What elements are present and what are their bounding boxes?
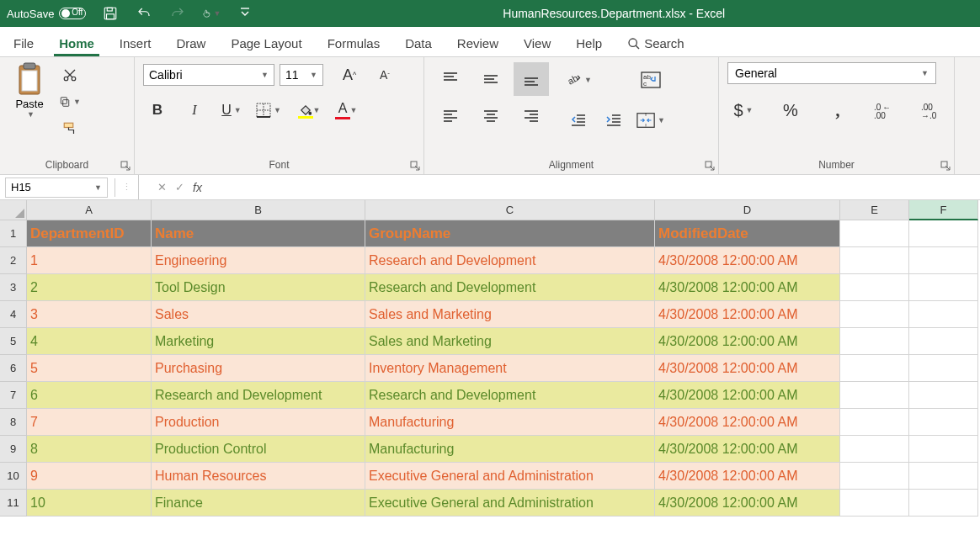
cell[interactable]: Sales <box>152 301 365 328</box>
cell[interactable] <box>909 436 978 463</box>
cell[interactable]: Production <box>152 409 365 436</box>
cell[interactable]: Executive General and Administration <box>365 463 655 490</box>
comma-format-icon[interactable]: , <box>822 96 854 125</box>
copy-icon[interactable]: ▼ <box>59 93 81 111</box>
tab-page-layout[interactable]: Page Layout <box>226 31 306 56</box>
number-format-combo[interactable]: General▼ <box>727 62 936 84</box>
column-header[interactable]: C <box>365 200 655 220</box>
cell[interactable]: 3 <box>27 301 152 328</box>
column-header[interactable]: D <box>655 200 840 220</box>
underline-button[interactable]: U▼ <box>217 98 246 123</box>
cell[interactable] <box>840 490 909 517</box>
row-header[interactable]: 5 <box>0 328 27 355</box>
cell[interactable]: Executive General and Administration <box>365 490 655 517</box>
decrease-font-icon[interactable]: Aˇ <box>370 62 399 87</box>
increase-decimal-icon[interactable]: .0←.00 <box>869 96 901 125</box>
cell[interactable]: 4 <box>27 328 152 355</box>
cell[interactable]: 4/30/2008 12:00:00 AM <box>655 355 840 382</box>
dialog-launcher-icon[interactable] <box>410 161 420 171</box>
borders-button[interactable]: ▼ <box>254 98 283 123</box>
cell[interactable]: Engineering <box>152 247 365 274</box>
format-painter-icon[interactable] <box>59 119 81 138</box>
cell[interactable] <box>840 247 909 274</box>
font-name-combo[interactable]: Calibri▼ <box>143 64 274 86</box>
merge-center-icon[interactable]: ▼ <box>636 108 665 133</box>
cell[interactable]: 10 <box>27 490 152 517</box>
cell[interactable] <box>840 328 909 355</box>
cell[interactable]: 6 <box>27 382 152 409</box>
undo-icon[interactable] <box>135 4 153 23</box>
decrease-decimal-icon[interactable]: .00→.0 <box>916 96 948 125</box>
align-middle-icon[interactable] <box>473 62 509 96</box>
cell[interactable]: Inventory Management <box>365 355 655 382</box>
cell[interactable]: 4/30/2008 12:00:00 AM <box>655 463 840 490</box>
cell[interactable] <box>840 436 909 463</box>
cell[interactable]: 4/30/2008 12:00:00 AM <box>655 382 840 409</box>
row-header[interactable]: 9 <box>0 436 27 463</box>
cell[interactable]: Purchasing <box>152 355 365 382</box>
table-header-cell[interactable]: Name <box>152 220 365 247</box>
cell[interactable]: 7 <box>27 409 152 436</box>
orientation-icon[interactable]: ab▼ <box>564 67 593 93</box>
increase-indent-icon[interactable] <box>599 108 628 133</box>
tab-insert[interactable]: Insert <box>115 31 157 56</box>
tab-help[interactable]: Help <box>571 31 607 56</box>
cell[interactable] <box>909 463 978 490</box>
cell[interactable]: 1 <box>27 247 152 274</box>
column-header[interactable]: E <box>840 200 909 220</box>
align-center-icon[interactable] <box>473 99 509 133</box>
row-header[interactable]: 3 <box>0 274 27 301</box>
fx-icon[interactable]: fx <box>193 181 202 194</box>
cell[interactable]: Tool Design <box>152 274 365 301</box>
percent-format-icon[interactable]: % <box>775 96 807 125</box>
increase-font-icon[interactable]: A^ <box>335 62 364 87</box>
search-button[interactable]: Search <box>622 31 690 56</box>
table-header-cell[interactable]: DepartmentID <box>27 220 152 247</box>
align-right-icon[interactable] <box>514 99 549 133</box>
spreadsheet-grid[interactable]: ABCDEF 1234567891011 DepartmentIDNameGro… <box>0 200 980 517</box>
cell[interactable]: Sales and Marketing <box>365 301 655 328</box>
customize-qat-icon[interactable] <box>236 4 254 23</box>
cell[interactable]: Human Resources <box>152 463 365 490</box>
cell[interactable] <box>909 355 978 382</box>
cell[interactable]: 9 <box>27 463 152 490</box>
row-header[interactable]: 6 <box>0 355 27 382</box>
align-top-icon[interactable] <box>433 62 468 96</box>
enter-formula-icon[interactable]: ✓ <box>175 181 184 193</box>
bold-button[interactable]: B <box>143 98 172 123</box>
cell[interactable]: 4/30/2008 12:00:00 AM <box>655 301 840 328</box>
cell[interactable]: 4/30/2008 12:00:00 AM <box>655 247 840 274</box>
cell[interactable] <box>909 220 978 247</box>
cell[interactable]: 4/30/2008 12:00:00 AM <box>655 436 840 463</box>
cell[interactable]: Manufacturing <box>365 409 655 436</box>
column-header[interactable]: B <box>152 200 365 220</box>
cell[interactable] <box>909 247 978 274</box>
tab-home[interactable]: Home <box>54 31 99 56</box>
dialog-launcher-icon[interactable] <box>120 161 130 171</box>
cell[interactable] <box>840 355 909 382</box>
row-header[interactable]: 1 <box>0 220 27 247</box>
fill-color-button[interactable]: ▼ <box>291 98 320 123</box>
cell[interactable]: Manufacturing <box>365 436 655 463</box>
cell[interactable]: 8 <box>27 436 152 463</box>
cell[interactable]: 5 <box>27 355 152 382</box>
align-bottom-icon[interactable] <box>514 62 549 96</box>
name-box[interactable]: H15▼ <box>5 177 108 198</box>
cell[interactable] <box>909 328 978 355</box>
save-icon[interactable] <box>101 4 120 23</box>
cell[interactable] <box>909 301 978 328</box>
accounting-format-icon[interactable]: $▼ <box>727 96 759 125</box>
cell[interactable] <box>909 490 978 517</box>
row-header[interactable]: 2 <box>0 247 27 274</box>
cell[interactable]: 4/30/2008 12:00:00 AM <box>655 409 840 436</box>
wrap-text-icon[interactable]: abc <box>636 67 665 93</box>
row-header[interactable]: 4 <box>0 301 27 328</box>
more-functions-icon[interactable]: ⋮ <box>122 182 131 193</box>
cell[interactable]: Sales and Marketing <box>365 328 655 355</box>
cell[interactable]: 4/30/2008 12:00:00 AM <box>655 490 840 517</box>
tab-review[interactable]: Review <box>452 31 503 56</box>
cell[interactable]: Finance <box>152 490 365 517</box>
align-left-icon[interactable] <box>433 99 468 133</box>
cell[interactable] <box>909 274 978 301</box>
cell[interactable] <box>840 463 909 490</box>
